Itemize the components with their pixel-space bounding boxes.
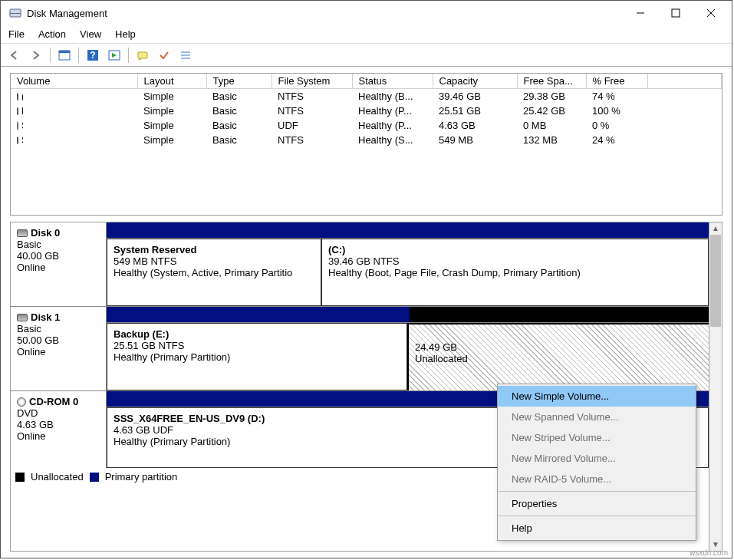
col-status[interactable]: Status — [352, 74, 433, 89]
legend-primary-label: Primary partition — [105, 471, 178, 483]
disk0-partition-c[interactable]: (C:) 39.46 GB NTFS Healthy (Boot, Page F… — [321, 239, 709, 306]
disk1-type: Basic — [17, 323, 100, 334]
partition-name: Backup (E:) — [114, 328, 400, 340]
back-button[interactable] — [5, 46, 24, 64]
menu-action[interactable]: Action — [38, 28, 66, 40]
menu-help[interactable]: Help — [115, 28, 136, 40]
disk1-label[interactable]: Disk 1 Basic 50.00 GB Online — [11, 307, 107, 390]
ctx-new-mirrored-volume: New Mirrored Volume... — [498, 448, 696, 469]
col-free[interactable]: Free Spa... — [517, 74, 586, 89]
disk1-size: 50.00 GB — [17, 334, 100, 346]
scroll-thumb[interactable] — [710, 235, 721, 327]
cell-capacity: 549 MB — [433, 133, 517, 147]
help-icon[interactable]: ? — [84, 46, 102, 64]
table-row[interactable]: SSS_X64FREE_EN-...SimpleBasicUDFHealthy … — [11, 118, 722, 133]
cell-capacity: 25.51 GB — [433, 104, 517, 118]
svg-rect-7 — [59, 51, 70, 53]
table-row[interactable]: System ReservedSimpleBasicNTFSHealthy (S… — [11, 133, 722, 147]
partition-stripe — [107, 222, 709, 238]
settings-icon[interactable] — [155, 46, 173, 64]
cell-status: Healthy (P... — [352, 104, 433, 118]
ctx-separator — [498, 491, 696, 492]
disk-icon — [17, 229, 28, 237]
cd-icon — [17, 121, 18, 130]
ctx-help[interactable]: Help — [498, 518, 696, 539]
partition-status: Healthy (Boot, Page File, Crash Dump, Pr… — [328, 267, 702, 278]
partition-stripe — [107, 307, 709, 322]
partition-status: Healthy (System, Active, Primary Partiti… — [114, 267, 314, 278]
cell-free: 25.42 GB — [517, 104, 586, 118]
window-title: Disk Management — [27, 8, 107, 19]
svg-rect-11 — [138, 52, 147, 58]
cdrom0-size: 4.63 GB — [17, 419, 100, 430]
ctx-new-striped-volume: New Striped Volume... — [498, 427, 696, 448]
close-button[interactable] — [693, 2, 729, 24]
context-menu: New Simple Volume... New Spanned Volume.… — [497, 384, 696, 541]
svg-rect-3 — [672, 9, 680, 17]
disk0-name: Disk 0 — [31, 227, 60, 239]
table-row[interactable]: Backup (E:)SimpleBasicNTFSHealthy (P...2… — [11, 104, 722, 118]
cdrom0-label[interactable]: CD-ROM 0 DVD 4.63 GB Online — [11, 391, 107, 468]
col-layout[interactable]: Layout — [137, 74, 206, 89]
col-type[interactable]: Type — [206, 74, 272, 89]
disk0-state: Online — [17, 262, 100, 273]
ctx-new-spanned-volume: New Spanned Volume... — [498, 407, 696, 427]
menubar: File Action View Help — [1, 25, 732, 44]
maximize-button[interactable] — [658, 2, 693, 24]
partition-status: Healthy (Primary Partition) — [114, 351, 400, 363]
disk0-size: 40.00 GB — [17, 250, 100, 262]
cell-layout: Simple — [137, 118, 206, 133]
cell-status: Healthy (B... — [352, 89, 433, 104]
toolbar-show-hide-icon[interactable] — [55, 46, 74, 64]
forward-button[interactable] — [27, 46, 45, 64]
cell-status: Healthy (S... — [352, 133, 433, 147]
minimize-button[interactable] — [623, 2, 658, 24]
volume-list[interactable]: Volume Layout Type File System Status Ca… — [10, 73, 722, 216]
legend-primary-swatch — [90, 473, 99, 482]
svg-text:?: ? — [90, 50, 95, 61]
cell-capacity: 39.46 GB — [433, 89, 517, 104]
menu-view[interactable]: View — [80, 28, 101, 40]
watermark: wsxdn.com — [690, 548, 728, 557]
toolbar-action-icon[interactable] — [105, 46, 123, 64]
disk1-partitions: Backup (E:) 25.51 GB NTFS Healthy (Prima… — [107, 307, 709, 390]
refresh-icon[interactable] — [133, 46, 152, 64]
volume-table: Volume Layout Type File System Status Ca… — [11, 74, 722, 147]
col-pctfree[interactable]: % Free — [586, 74, 647, 89]
cell-type: Basic — [206, 104, 272, 118]
col-volume[interactable]: Volume — [11, 74, 137, 89]
ctx-new-simple-volume[interactable]: New Simple Volume... — [498, 386, 696, 407]
disk-icon — [17, 137, 18, 144]
cell-fs: NTFS — [272, 104, 352, 118]
ctx-new-raid5-volume: New RAID-5 Volume... — [498, 469, 696, 489]
cell-type: Basic — [206, 118, 272, 133]
cell-type: Basic — [206, 89, 272, 104]
titlebar[interactable]: Disk Management — [1, 1, 732, 25]
partition-name: (C:) — [328, 244, 702, 255]
cell-status: Healthy (P... — [352, 118, 433, 133]
scrollbar[interactable]: ▲ ▼ — [709, 222, 722, 552]
cell-capacity: 4.63 GB — [433, 118, 517, 133]
col-filesystem[interactable]: File System — [272, 74, 352, 89]
ctx-properties[interactable]: Properties — [498, 493, 696, 514]
disk0-label[interactable]: Disk 0 Basic 40.00 GB Online — [11, 222, 107, 306]
list-icon[interactable] — [176, 46, 195, 64]
disk0-row: Disk 0 Basic 40.00 GB Online System Rese… — [11, 222, 709, 307]
cd-icon — [17, 397, 26, 407]
cell-pct: 74 % — [586, 89, 647, 104]
disk1-row: Disk 1 Basic 50.00 GB Online Backup (E:) — [11, 307, 709, 391]
table-row[interactable]: (C:)SimpleBasicNTFSHealthy (B...39.46 GB… — [11, 89, 722, 104]
cell-volume: (C:) — [21, 91, 23, 102]
unallocated-size: 24.49 GB — [415, 341, 703, 353]
cdrom0-name: CD-ROM 0 — [29, 396, 78, 407]
disk1-unallocated[interactable]: 24.49 GB Unallocated — [407, 323, 709, 390]
col-capacity[interactable]: Capacity — [433, 74, 517, 89]
menu-file[interactable]: File — [8, 28, 25, 40]
scroll-up-icon[interactable]: ▲ — [709, 222, 722, 235]
disk0-partition-system-reserved[interactable]: System Reserved 549 MB NTFS Healthy (Sys… — [107, 239, 321, 306]
partition-size: 549 MB NTFS — [114, 255, 314, 267]
cdrom0-type: DVD — [17, 407, 100, 419]
cell-fs: UDF — [272, 118, 352, 133]
disk1-partition-backup[interactable]: Backup (E:) 25.51 GB NTFS Healthy (Prima… — [107, 323, 407, 390]
cell-layout: Simple — [137, 133, 206, 147]
